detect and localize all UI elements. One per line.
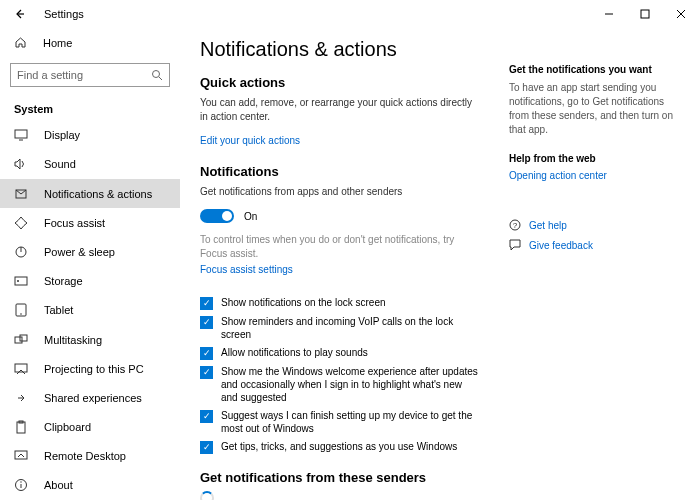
sidebar-item-label: Storage [44, 275, 83, 287]
svg-rect-1 [641, 10, 649, 18]
multitasking-icon [14, 333, 28, 347]
svg-point-4 [153, 70, 160, 77]
close-button[interactable] [663, 0, 699, 28]
give-feedback-link[interactable]: Give feedback [509, 239, 679, 251]
sidebar-item-label: Notifications & actions [44, 188, 152, 200]
aside-desc-1: To have an app start sending you notific… [509, 81, 679, 137]
sidebar-item-storage[interactable]: Storage [0, 267, 180, 296]
help-icon: ? [509, 219, 521, 231]
sidebar-item-notifications[interactable]: Notifications & actions [0, 179, 180, 208]
svg-rect-20 [15, 451, 27, 459]
sidebar-item-clipboard[interactable]: Clipboard [0, 412, 180, 441]
minimize-button[interactable] [591, 0, 627, 28]
notifications-toggle[interactable] [200, 209, 234, 223]
sidebar-item-power-sleep[interactable]: Power & sleep [0, 237, 180, 266]
quick-actions-desc: You can add, remove, or rearrange your q… [200, 96, 479, 124]
svg-rect-11 [15, 277, 27, 285]
quick-actions-heading: Quick actions [200, 75, 479, 90]
feedback-label: Give feedback [529, 240, 593, 251]
checkbox-tips[interactable]: ✓ [200, 441, 213, 454]
sidebar-item-label: Power & sleep [44, 246, 115, 258]
checkbox-label: Get tips, tricks, and suggestions as you… [221, 440, 457, 453]
checkbox-voip[interactable]: ✓ [200, 316, 213, 329]
sidebar-item-remote-desktop[interactable]: Remote Desktop [0, 442, 180, 471]
focus-assist-icon [14, 216, 28, 230]
checkbox-label: Show notifications on the lock screen [221, 296, 386, 309]
remote-desktop-icon [14, 449, 28, 463]
get-help-link[interactable]: ? Get help [509, 219, 679, 231]
checkbox-label: Show me the Windows welcome experience a… [221, 365, 479, 404]
senders-heading: Get notifications from these senders [200, 470, 479, 485]
home-button[interactable]: Home [0, 28, 180, 57]
sidebar-item-display[interactable]: Display [0, 121, 180, 150]
display-icon [14, 128, 28, 142]
checkbox-lock-screen[interactable]: ✓ [200, 297, 213, 310]
sidebar-item-tablet[interactable]: Tablet [0, 296, 180, 325]
sidebar-item-label: Remote Desktop [44, 450, 126, 462]
sidebar-item-about[interactable]: About [0, 471, 180, 500]
sidebar-item-projecting[interactable]: Projecting to this PC [0, 354, 180, 383]
notifications-icon [14, 187, 28, 201]
aside-heading-1: Get the notifications you want [509, 64, 679, 75]
sidebar-item-label: Clipboard [44, 421, 91, 433]
search-icon [151, 69, 163, 81]
sidebar-item-label: Tablet [44, 304, 73, 316]
aside-heading-2: Help from the web [509, 153, 679, 164]
close-icon [676, 9, 686, 19]
svg-rect-15 [15, 337, 22, 343]
about-icon [14, 478, 28, 492]
maximize-icon [640, 9, 650, 19]
svg-point-14 [20, 314, 22, 316]
sidebar-item-multitasking[interactable]: Multitasking [0, 325, 180, 354]
minimize-icon [604, 9, 614, 19]
aside-panel: Get the notifications you want To have a… [509, 38, 679, 500]
checkbox-label: Suggest ways I can finish setting up my … [221, 409, 479, 435]
sidebar: Home Find a setting System Display Sound… [0, 28, 180, 500]
svg-point-23 [20, 482, 21, 483]
titlebar: Settings [0, 0, 699, 28]
notifications-heading: Notifications [200, 164, 479, 179]
back-button[interactable] [8, 8, 32, 20]
sidebar-item-focus-assist[interactable]: Focus assist [0, 208, 180, 237]
checkbox-setup[interactable]: ✓ [200, 410, 213, 423]
page-title: Notifications & actions [200, 38, 479, 61]
projecting-icon [14, 362, 28, 376]
window-title: Settings [44, 8, 84, 20]
feedback-icon [509, 239, 521, 251]
checkbox-welcome[interactable]: ✓ [200, 366, 213, 379]
sidebar-item-shared[interactable]: Shared experiences [0, 383, 180, 412]
sidebar-item-label: Focus assist [44, 217, 105, 229]
svg-rect-17 [15, 364, 27, 372]
arrow-left-icon [14, 8, 26, 20]
edit-quick-actions-link[interactable]: Edit your quick actions [200, 135, 300, 146]
window-controls [591, 0, 699, 28]
help-label: Get help [529, 220, 567, 231]
sidebar-item-label: Projecting to this PC [44, 363, 144, 375]
sound-icon [14, 157, 28, 171]
sidebar-item-label: Shared experiences [44, 392, 142, 404]
notifications-desc: Get notifications from apps and other se… [200, 185, 479, 199]
storage-icon [14, 274, 28, 288]
focus-assist-link[interactable]: Focus assist settings [200, 264, 293, 275]
focus-assist-hint: To control times when you do or don't ge… [200, 233, 479, 261]
home-label: Home [43, 37, 72, 49]
loading-spinner [200, 491, 214, 500]
tablet-icon [14, 303, 28, 317]
svg-point-12 [17, 280, 19, 282]
toggle-state: On [244, 211, 257, 222]
home-icon [14, 36, 27, 49]
checkbox-sounds[interactable]: ✓ [200, 347, 213, 360]
power-icon [14, 245, 28, 259]
search-input[interactable]: Find a setting [10, 63, 170, 86]
opening-action-center-link[interactable]: Opening action center [509, 170, 679, 181]
clipboard-icon [14, 420, 28, 434]
maximize-button[interactable] [627, 0, 663, 28]
svg-text:?: ? [513, 221, 518, 230]
svg-line-5 [159, 77, 162, 80]
svg-rect-18 [17, 422, 25, 433]
shared-icon [14, 391, 28, 405]
svg-rect-16 [20, 335, 27, 341]
section-label: System [0, 93, 180, 121]
sidebar-item-sound[interactable]: Sound [0, 150, 180, 179]
main-content: Notifications & actions Quick actions Yo… [200, 38, 479, 500]
